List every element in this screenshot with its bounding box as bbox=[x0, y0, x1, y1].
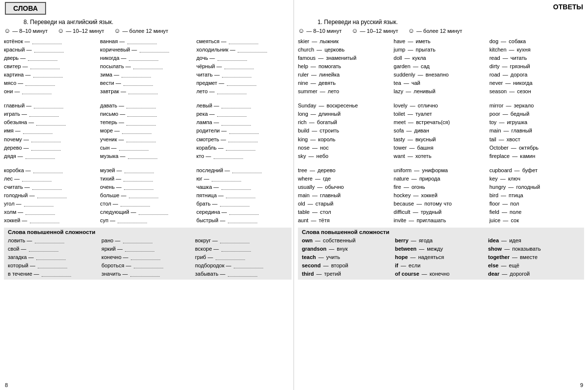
answer-line: famous — знаменитый bbox=[298, 54, 392, 62]
word-line: яркий — bbox=[101, 245, 194, 253]
answer-line: sky — небо bbox=[298, 152, 392, 160]
left-adv-col2: рано — яркий — конечно — бороться — знач… bbox=[101, 236, 194, 278]
word-line: забывать — bbox=[195, 270, 288, 278]
answer-line: tail — хвост bbox=[490, 135, 584, 144]
answer-line: toy — игрушка bbox=[490, 118, 584, 127]
left-half: СЛОВА 8. Переведи на английский язык. ☺ … bbox=[0, 0, 294, 390]
word-line: следующий — bbox=[100, 208, 195, 216]
right-advanced-title: Слова повышенной сложности bbox=[302, 229, 580, 235]
right-time-text-2: — 10–12 минут bbox=[360, 28, 398, 34]
word-line: ловить — bbox=[8, 236, 100, 245]
answer-line: poor — бедный bbox=[490, 110, 584, 118]
answer-line: toilet — туалет bbox=[393, 110, 488, 118]
word-line: смотреть — bbox=[196, 135, 292, 144]
left-adv-col3: вокруг — вскоре — гриб — подбородок — за… bbox=[195, 236, 288, 278]
left-time-3: ☺ — более 12 минут bbox=[114, 27, 169, 34]
right-half: ОТВЕТЫ 1. Переведи на русский язык. ☺ — … bbox=[294, 0, 588, 390]
word-line: очень — bbox=[100, 183, 195, 191]
word-line: лето — bbox=[196, 87, 292, 96]
word-line: тихий — bbox=[100, 175, 195, 183]
answer-line: tea — чай bbox=[393, 79, 488, 87]
answer-line: aunt — тётя bbox=[298, 216, 392, 225]
left-time-text-2: — 10–12 минут bbox=[66, 28, 104, 34]
word-line: хоккей — bbox=[4, 216, 99, 225]
word-line: холм — bbox=[4, 208, 99, 216]
answer-line: ruler — линейка bbox=[298, 71, 392, 79]
left-col3c: последний — юг — чашка — пятница — брать… bbox=[196, 166, 292, 225]
word-line: вскоре — bbox=[195, 245, 288, 253]
word-line: голодный — bbox=[4, 191, 99, 200]
answer-line: of course — конечно bbox=[395, 270, 487, 278]
left-time-1: ☺ — 8–10 минут bbox=[4, 27, 48, 34]
answer-line: old — старый bbox=[298, 200, 392, 208]
word-line: завтрак — bbox=[100, 87, 195, 96]
answer-line: bird — птица bbox=[490, 191, 584, 200]
answer-line: road — дорога bbox=[490, 71, 584, 79]
left-time-row: ☺ — 8–10 минут ☺ — 10–12 минут ☺ — более… bbox=[4, 27, 292, 34]
word-line: картина — bbox=[4, 71, 99, 79]
word-line: давать — bbox=[100, 102, 195, 110]
right-adv-col3: idea — идея show — показывать together —… bbox=[488, 236, 580, 278]
answer-line: hope — надеяться bbox=[395, 253, 487, 261]
left-content: 8. Переведи на английский язык. ☺ — 8–10… bbox=[4, 19, 292, 280]
left-advanced: Слова повышенной сложности ловить — свой… bbox=[4, 228, 292, 280]
page-container: СЛОВА 8. Переведи на английский язык. ☺ … bbox=[0, 0, 588, 390]
word-line: море — bbox=[100, 127, 195, 135]
word-line: родители — bbox=[196, 127, 292, 135]
answer-line: rich — богатый bbox=[298, 118, 392, 127]
word-line: лес — bbox=[4, 175, 99, 183]
smiley-r1: ☺ bbox=[298, 27, 304, 34]
page-num-right: 9 bbox=[580, 382, 583, 388]
answer-line: main — главный bbox=[490, 127, 584, 135]
left-col3b: музей — тихий — очень — больше — стол — … bbox=[100, 166, 195, 225]
answer-line: season — сезон bbox=[490, 87, 584, 96]
word-line: дерево — bbox=[4, 144, 99, 152]
word-line: зима — bbox=[100, 71, 195, 79]
word-line: значить — bbox=[101, 270, 194, 278]
word-line: дверь — bbox=[4, 54, 99, 62]
word-line: угол — bbox=[4, 200, 99, 208]
answer-line: dog — собака bbox=[490, 37, 584, 46]
word-line: коробка — bbox=[4, 166, 99, 175]
word-line: главный — bbox=[4, 102, 99, 110]
word-line: суп — bbox=[100, 216, 195, 225]
answer-line: want — хотеть bbox=[393, 152, 488, 160]
right-time-1: ☺ — 8–10 минут bbox=[298, 27, 342, 34]
answer-line: nose — нос bbox=[298, 144, 392, 152]
right-col1c: dog — собака kitchen — кухня read — чита… bbox=[490, 37, 584, 96]
word-line: гриб — bbox=[195, 253, 288, 261]
word-line: кто — bbox=[196, 152, 292, 160]
word-line: бороться — bbox=[101, 261, 194, 270]
word-line: свой — bbox=[8, 245, 100, 253]
answer-line: lovely — отлично bbox=[393, 102, 488, 110]
left-col1c: смеяться — холодильник — дочь — чёрный —… bbox=[196, 37, 292, 96]
right-col1b: have — иметь jump — прыгать doll — кукла… bbox=[393, 37, 488, 96]
word-line: теперь — bbox=[100, 118, 195, 127]
word-line: сын — bbox=[100, 144, 195, 152]
word-line: рано — bbox=[101, 236, 194, 245]
answer-line: fire — огонь bbox=[393, 183, 488, 191]
smiley-1: ☺ bbox=[4, 27, 10, 34]
left-advanced-title: Слова повышенной сложности bbox=[8, 229, 288, 235]
left-col2a: главный — играть — обезьяна — имя — поче… bbox=[4, 102, 99, 160]
answer-line: help — помогать bbox=[298, 62, 392, 71]
word-line: письмо — bbox=[100, 110, 195, 118]
answer-line: October — октябрь bbox=[490, 144, 584, 152]
answer-line: uniform — униформа bbox=[393, 166, 488, 175]
answer-line: doll — кукла bbox=[393, 54, 488, 62]
right-col3a: tree — дерево where — где usually — обыч… bbox=[298, 166, 392, 225]
answer-line: tasty — вкусный bbox=[393, 135, 488, 144]
word-line: музей — bbox=[100, 166, 195, 175]
answer-line: idea — идея bbox=[488, 236, 580, 245]
left-time-text-3: — более 12 минут bbox=[122, 28, 169, 34]
answer-line: where — где bbox=[298, 175, 392, 183]
right-time-text-1: — 8–10 минут bbox=[306, 28, 342, 34]
left-adv-cols: ловить — свой — загадка — который — в те… bbox=[8, 236, 288, 278]
answer-line: dear — дорогой bbox=[488, 270, 580, 278]
word-line: считать — bbox=[4, 183, 99, 191]
answer-line: fireplace — камин bbox=[490, 152, 584, 160]
left-adv-col1: ловить — свой — загадка — который — в те… bbox=[8, 236, 100, 278]
answer-line: suddenly — внезапно bbox=[393, 71, 488, 79]
answer-line: berry — ягода bbox=[395, 236, 487, 245]
right-content: 1. Переведи на русский язык. ☺ — 8–10 ми… bbox=[298, 19, 584, 280]
